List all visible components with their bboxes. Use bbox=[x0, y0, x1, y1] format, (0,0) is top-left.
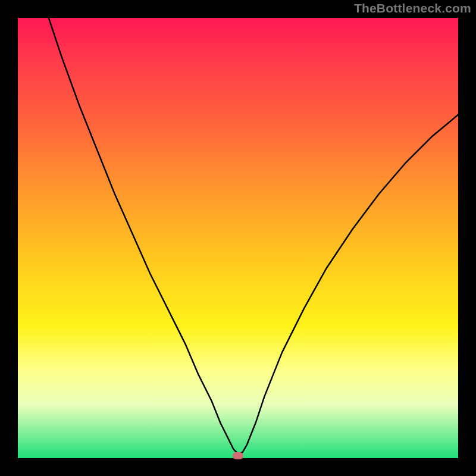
plot-area bbox=[18, 18, 458, 458]
chart-frame: TheBottleneck.com bbox=[0, 0, 476, 476]
bottleneck-minimum-marker bbox=[233, 452, 243, 459]
watermark-text: TheBottleneck.com bbox=[354, 1, 471, 15]
bottleneck-curve bbox=[18, 18, 458, 458]
